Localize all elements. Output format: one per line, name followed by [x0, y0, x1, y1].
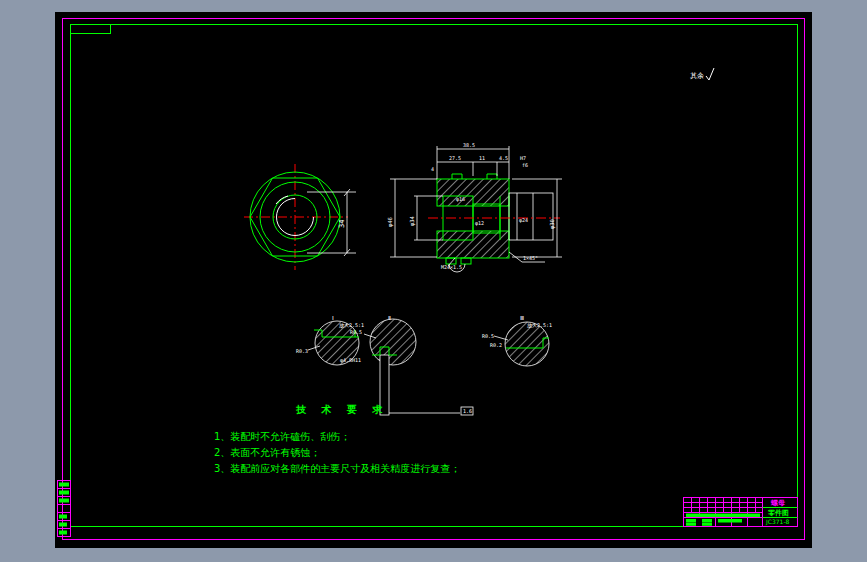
- front-view-dim-label: 34: [338, 220, 346, 228]
- dim-small-label: 4: [431, 166, 434, 172]
- dim-seg2-label: 11: [479, 155, 485, 161]
- dim-socket-label: φ24: [519, 217, 528, 224]
- fit-upper-label: H7: [520, 155, 526, 161]
- detail1-marker: Ⅰ: [332, 314, 334, 321]
- dim-seg3-label: 4.5: [499, 155, 508, 161]
- dim-seg1-label: 27.5: [449, 155, 461, 161]
- notes-title: 技 术 要 求: [295, 404, 388, 415]
- detail1-scale-label: 放大2.5:1: [339, 322, 364, 329]
- fit-lower-label: f6: [522, 162, 528, 168]
- detail3-scale-label: 放大2.5:1: [527, 322, 552, 329]
- detail3-marker: Ⅲ: [520, 314, 524, 321]
- title-block-drawing-no: JC371-8: [765, 518, 790, 526]
- notes-item-2: 2、表面不允许有锈蚀；: [214, 447, 320, 458]
- dim-left-outer-label: φ46: [387, 217, 394, 227]
- chamfer-callout-label: 1×45°: [523, 255, 538, 261]
- detail2-marker: Ⅱ: [388, 314, 391, 321]
- notes-item-1: 1、装配时不允许磕伤、刮伤；: [214, 431, 350, 442]
- dim-overall-label: 38.5: [463, 142, 475, 148]
- dim-bore1-label: φ16: [456, 196, 465, 203]
- dim-left-inner-label: φ34: [409, 215, 416, 226]
- title-block-part-name: 螺母: [770, 499, 785, 507]
- detail3-radius1-label: R0.5: [482, 333, 494, 339]
- detail3-radius2-label: R0.2: [490, 342, 502, 348]
- title-block-doc-label: 零件图: [767, 509, 789, 517]
- detail2-fit-label: φ4.8H11: [340, 357, 361, 364]
- detail1-radius-label: R0.3: [296, 348, 308, 354]
- detail2-radius-label: R0.5: [350, 329, 362, 335]
- notes-item-3: 3、装配前应对各部件的主要尺寸及相关精度进行复查；: [214, 463, 460, 474]
- thread-callout-label: M24×1.5: [441, 264, 462, 270]
- detail2-callout-label: 1.6: [463, 408, 472, 414]
- cad-canvas[interactable]: 其余 34: [0, 0, 867, 562]
- dim-right-label: φ30: [549, 219, 556, 229]
- surface-note-label: 其余: [690, 72, 704, 80]
- dim-bore2-label: φ12: [475, 220, 484, 227]
